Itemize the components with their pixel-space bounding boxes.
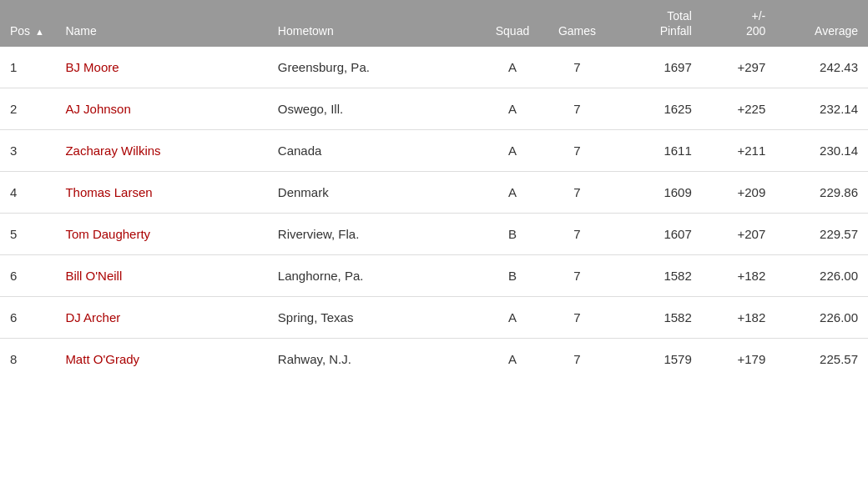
col-header-hometown[interactable]: Hometown [268,0,480,47]
cell-name: AJ Johnson [55,88,267,130]
cell-average: 229.57 [775,214,868,255]
col-header-games[interactable]: Games [545,0,609,47]
cell-plus-minus: +225 [702,88,776,130]
cell-name: BJ Moore [55,47,267,88]
cell-games: 7 [545,172,609,214]
cell-total-pinfall: 1697 [609,47,702,88]
cell-hometown: Greensburg, Pa. [268,47,480,88]
cell-pos: 3 [0,130,55,172]
cell-pos: 4 [0,172,55,214]
average-label: Average [815,24,858,38]
cell-total-pinfall: 1625 [609,88,702,130]
table-row: 6 DJ Archer Spring, Texas A 7 1582 +182 … [0,297,868,339]
cell-average: 229.86 [775,172,868,214]
cell-plus-minus: +207 [702,214,776,255]
cell-total-pinfall: 1607 [609,214,702,255]
cell-squad: A [480,88,544,130]
cell-games: 7 [545,47,609,88]
table-header-row: Pos ▲ Name Hometown Squad Games TotalPin… [0,0,868,47]
cell-total-pinfall: 1579 [609,339,702,380]
cell-average: 226.00 [775,297,868,339]
cell-average: 242.43 [775,47,868,88]
cell-hometown: Riverview, Fla. [268,214,480,255]
cell-squad: B [480,214,544,255]
cell-squad: A [480,339,544,380]
cell-total-pinfall: 1609 [609,172,702,214]
games-label: Games [558,24,596,38]
name-label: Name [65,24,96,38]
cell-average: 226.00 [775,255,868,297]
cell-pos: 8 [0,339,55,380]
cell-pos: 6 [0,255,55,297]
cell-games: 7 [545,130,609,172]
cell-name: DJ Archer [55,297,267,339]
cell-pos: 2 [0,88,55,130]
cell-hometown: Denmark [268,172,480,214]
col-header-plus-minus[interactable]: +/-200 [702,0,776,47]
cell-games: 7 [545,339,609,380]
col-header-name[interactable]: Name [55,0,267,47]
table-row: 1 BJ Moore Greensburg, Pa. A 7 1697 +297… [0,47,868,88]
col-header-pos[interactable]: Pos ▲ [0,0,55,47]
cell-total-pinfall: 1582 [609,255,702,297]
cell-hometown: Canada [268,130,480,172]
cell-games: 7 [545,297,609,339]
cell-average: 230.14 [775,130,868,172]
cell-pos: 1 [0,47,55,88]
table-row: 8 Matt O'Grady Rahway, N.J. A 7 1579 +17… [0,339,868,380]
cell-pos: 6 [0,297,55,339]
cell-name: Tom Daugherty [55,214,267,255]
col-header-squad[interactable]: Squad [480,0,544,47]
cell-pos: 5 [0,214,55,255]
table-row: 5 Tom Daugherty Riverview, Fla. B 7 1607… [0,214,868,255]
cell-average: 225.57 [775,339,868,380]
cell-squad: A [480,297,544,339]
col-header-average[interactable]: Average [775,0,868,47]
squad-label: Squad [496,24,529,38]
cell-squad: A [480,172,544,214]
cell-hometown: Langhorne, Pa. [268,255,480,297]
cell-plus-minus: +182 [702,255,776,297]
cell-name: Bill O'Neill [55,255,267,297]
total-pinfall-label: TotalPinfall [660,9,692,38]
table-row: 6 Bill O'Neill Langhorne, Pa. B 7 1582 +… [0,255,868,297]
cell-squad: A [480,47,544,88]
cell-plus-minus: +209 [702,172,776,214]
cell-hometown: Rahway, N.J. [268,339,480,380]
cell-total-pinfall: 1611 [609,130,702,172]
cell-name: Thomas Larsen [55,172,267,214]
sort-arrow-icon: ▲ [35,27,44,37]
cell-average: 232.14 [775,88,868,130]
cell-plus-minus: +182 [702,297,776,339]
plus-minus-label: +/-200 [746,9,765,38]
pos-label: Pos [10,24,30,38]
cell-games: 7 [545,255,609,297]
cell-games: 7 [545,214,609,255]
cell-name: Matt O'Grady [55,339,267,380]
hometown-label: Hometown [278,24,334,38]
cell-games: 7 [545,88,609,130]
cell-plus-minus: +179 [702,339,776,380]
cell-squad: B [480,255,544,297]
cell-total-pinfall: 1582 [609,297,702,339]
cell-hometown: Oswego, Ill. [268,88,480,130]
table-row: 4 Thomas Larsen Denmark A 7 1609 +209 22… [0,172,868,214]
col-header-total-pinfall[interactable]: TotalPinfall [609,0,702,47]
cell-hometown: Spring, Texas [268,297,480,339]
table-row: 3 Zacharay Wilkins Canada A 7 1611 +211 … [0,130,868,172]
leaderboard-table: Pos ▲ Name Hometown Squad Games TotalPin… [0,0,868,380]
cell-name: Zacharay Wilkins [55,130,267,172]
cell-plus-minus: +297 [702,47,776,88]
cell-squad: A [480,130,544,172]
table-row: 2 AJ Johnson Oswego, Ill. A 7 1625 +225 … [0,88,868,130]
cell-plus-minus: +211 [702,130,776,172]
